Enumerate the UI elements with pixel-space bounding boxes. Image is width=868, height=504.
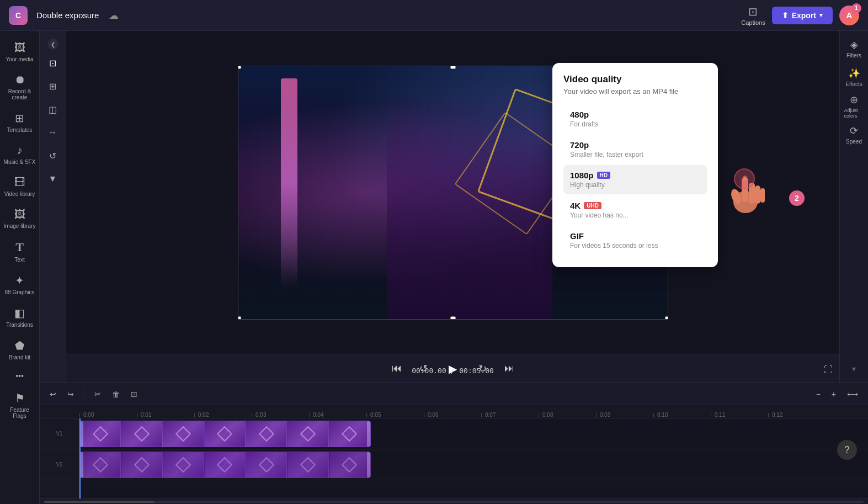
redo-button[interactable]: ↪ bbox=[64, 388, 77, 401]
skip-forward-button[interactable]: ⏭ bbox=[501, 359, 518, 378]
clip-handle-right-1[interactable] bbox=[367, 421, 370, 447]
zoom-in-button[interactable]: + bbox=[828, 388, 839, 401]
delete-button[interactable]: 🗑 bbox=[109, 388, 123, 401]
sidebar-item-your-media[interactable]: 🖼 Your media bbox=[1, 36, 39, 67]
clip-thumb bbox=[121, 452, 162, 478]
track-row-1 bbox=[79, 418, 868, 449]
save-frame-button[interactable]: ⊡ bbox=[127, 388, 141, 401]
clip-thumb bbox=[246, 452, 287, 478]
canvas-area: Video quality Your video will export as … bbox=[66, 31, 839, 383]
quality-name-480p: 480p bbox=[570, 110, 700, 119]
fit-tool[interactable]: ⊡ bbox=[43, 53, 63, 73]
skip-back-button[interactable]: ⏮ bbox=[388, 359, 405, 378]
quality-option-1080p[interactable]: 1080p HD High quality bbox=[563, 165, 707, 194]
sidebar-item-music[interactable]: ♪ Music & SFX bbox=[1, 139, 39, 169]
templates-icon: ⊞ bbox=[15, 112, 24, 125]
fullscreen-button[interactable]: ⛶ bbox=[824, 365, 833, 375]
hd-badge: HD bbox=[597, 172, 610, 179]
fit-timeline-button[interactable]: ⟷ bbox=[844, 388, 861, 401]
main-area: 🖼 Your media ⏺ Record & create ⊞ Templat… bbox=[0, 31, 868, 504]
record-create-icon: ⏺ bbox=[14, 73, 25, 86]
toolbar-divider-1 bbox=[84, 389, 84, 400]
quality-option-480p[interactable]: 480p For drafts bbox=[563, 104, 707, 134]
sidebar-item-transitions[interactable]: ◧ Transitions bbox=[1, 301, 39, 332]
sidebar-item-brand-kit[interactable]: ⬟ Brand kit bbox=[1, 333, 39, 365]
quality-option-720p[interactable]: 720p Smaller file, faster export bbox=[563, 135, 707, 164]
clip-thumb bbox=[205, 421, 246, 447]
timeline-content: V1 V2 bbox=[40, 418, 868, 498]
handle-bottom-right[interactable] bbox=[665, 316, 668, 320]
timeline-tracks[interactable] bbox=[79, 418, 868, 498]
captions-button[interactable]: ⊡ Captions bbox=[741, 5, 765, 26]
video-clip-2[interactable] bbox=[79, 452, 371, 478]
svg-rect-1 bbox=[742, 177, 748, 202]
playhead[interactable] bbox=[79, 418, 81, 498]
scrollbar-thumb[interactable] bbox=[44, 501, 155, 503]
sidebar-item-feature-flags[interactable]: ⚑ Feature Flags bbox=[1, 386, 39, 423]
quality-name-gif: GIF bbox=[570, 231, 700, 241]
timeline-track-labels: V1 V2 bbox=[40, 418, 79, 498]
video-clip-1[interactable] bbox=[79, 421, 371, 447]
handle-top-mid[interactable] bbox=[450, 66, 456, 69]
sidebar-item-graphics[interactable]: ✦ 88 Graphics bbox=[1, 268, 39, 300]
sidebar-item-label: 88 Graphics bbox=[5, 289, 35, 295]
filters-label: Filters bbox=[846, 52, 861, 59]
sidebar-item-more[interactable]: ••• bbox=[1, 366, 39, 385]
handle-bottom-mid[interactable] bbox=[450, 316, 456, 320]
clip-thumb bbox=[205, 452, 246, 478]
export-button[interactable]: ⬆ Export ▾ bbox=[772, 7, 833, 24]
timeline-ruler: 0:00 0:01 0:02 0:03 0:04 0:05 0:06 0:07 … bbox=[40, 405, 868, 418]
ruler-mark: 0:10 bbox=[653, 412, 711, 418]
sidebar-item-video-library[interactable]: 🎞 Video library bbox=[1, 171, 39, 201]
flip-tool[interactable]: ↔ bbox=[43, 123, 63, 142]
track-row-2 bbox=[79, 449, 868, 480]
sidebar-item-record-create[interactable]: ⏺ Record & create bbox=[1, 68, 39, 105]
sidebar-item-templates[interactable]: ⊞ Templates bbox=[1, 106, 39, 137]
undo-button[interactable]: ↩ bbox=[46, 388, 60, 401]
quality-name-720p: 720p bbox=[570, 140, 700, 150]
cut-button[interactable]: ✂ bbox=[91, 388, 104, 401]
effects-tool[interactable]: ✨ Effects bbox=[843, 64, 865, 91]
project-title: Double exposure bbox=[36, 10, 99, 20]
ruler-mark: 0:07 bbox=[481, 412, 539, 418]
quality-option-4k[interactable]: 4K UHD Your video has no... bbox=[563, 195, 707, 225]
crop-tool[interactable]: ⊞ bbox=[43, 76, 63, 96]
handle-bottom-left[interactable] bbox=[238, 316, 241, 320]
video-container: Video quality Your video will export as … bbox=[66, 31, 839, 354]
topbar-right: ⊡ Captions ⬆ Export ▾ A 1 bbox=[741, 5, 859, 26]
ruler-marks: 0:00 0:01 0:02 0:03 0:04 0:05 0:06 0:07 … bbox=[79, 405, 826, 418]
right-sidebar: ◈ Filters ✨ Effects ⊕ Adjust colors ⟳ Sp… bbox=[839, 31, 868, 383]
collapse-right[interactable]: ▾ bbox=[852, 364, 856, 378]
scrollbar-track bbox=[44, 501, 864, 503]
graphics-icon: ✦ bbox=[15, 274, 24, 287]
more-tools[interactable]: ▼ bbox=[43, 169, 63, 189]
ruler-mark: 0:05 bbox=[366, 412, 424, 418]
sidebar-item-label: Record & create bbox=[3, 88, 36, 100]
rotate-tool[interactable]: ↺ bbox=[43, 146, 63, 166]
timeline-scrollbar[interactable] bbox=[40, 498, 868, 504]
sidebar-item-label: Image library bbox=[4, 223, 36, 229]
overlay-tool[interactable]: ◫ bbox=[43, 99, 63, 119]
quality-option-gif[interactable]: GIF For videos 15 seconds or less bbox=[563, 226, 707, 255]
adjust-colors-tool[interactable]: ⊕ Adjust colors bbox=[843, 93, 865, 119]
sidebar-item-text[interactable]: T Text bbox=[1, 235, 39, 267]
ruler-mark: 0:09 bbox=[596, 412, 653, 418]
clip-thumb bbox=[329, 421, 370, 447]
expand-tools[interactable]: ❮ bbox=[47, 39, 58, 50]
speed-tool[interactable]: ⟳ Speed bbox=[843, 121, 865, 148]
quality-desc-1080p: High quality bbox=[570, 181, 700, 189]
filters-tool[interactable]: ◈ Filters bbox=[843, 35, 865, 62]
svg-rect-3 bbox=[755, 185, 760, 204]
tools-panel: ❮ ⊡ ⊞ ◫ ↔ ↺ ▼ bbox=[40, 31, 66, 383]
handle-top-left[interactable] bbox=[238, 66, 241, 69]
timeline-toolbar-right: − + ⟷ bbox=[813, 388, 861, 401]
sidebar-item-image-library[interactable]: 🖼 Image library bbox=[1, 203, 39, 234]
zoom-out-button[interactable]: − bbox=[813, 388, 824, 401]
quality-desc-gif: For videos 15 seconds or less bbox=[570, 242, 700, 250]
app-logo: C bbox=[9, 6, 28, 25]
clip-handle-right-2[interactable] bbox=[367, 452, 370, 478]
ruler-mark: 0:03 bbox=[252, 412, 309, 418]
help-button[interactable]: ? bbox=[837, 440, 857, 460]
user-avatar[interactable]: A 1 bbox=[839, 6, 859, 25]
quality-desc-720p: Smaller file, faster export bbox=[570, 151, 700, 158]
